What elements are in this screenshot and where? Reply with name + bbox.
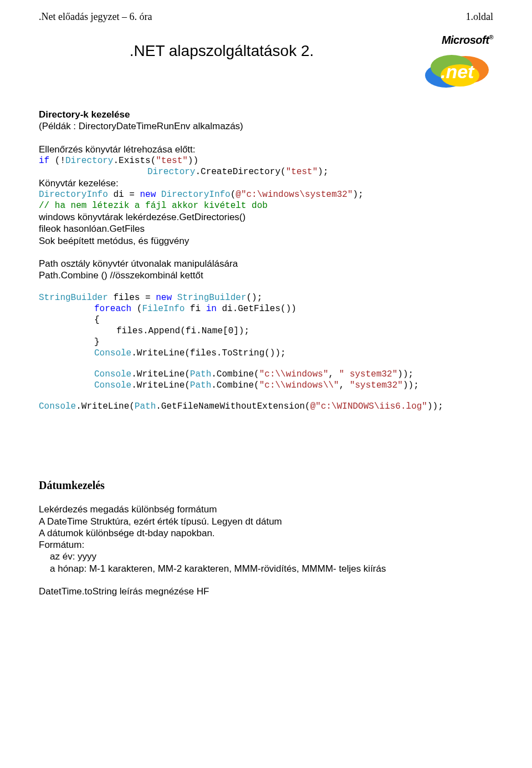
code-line: if (!Directory.Exists("test"))	[39, 155, 493, 166]
logo-text: Microsoft®	[442, 34, 493, 46]
svg-text:.net: .net	[441, 61, 475, 82]
content-body: Directory-k kezelése (Példák : Directory…	[39, 109, 493, 597]
title-row: .NET alapszolgáltatások 2. Microsoft® .n…	[39, 34, 493, 92]
body-line: Lekérdezés megadás különbség formátum	[39, 503, 493, 515]
code-line: Console.WriteLine(Path.Combine("c:\\wind…	[39, 380, 493, 391]
net-logo-icon: .net	[421, 48, 493, 92]
code-line: StringBuilder files = new StringBuilder(…	[39, 292, 493, 303]
code-line: foreach (FileInfo fi in di.GetFiles())	[39, 303, 493, 314]
section-subtitle: (Példák : DirectoryDateTimeRunEnv alkalm…	[39, 120, 493, 132]
body-line: Ellenőrzés könyvtár létrehozása előtt:	[39, 144, 493, 155]
body-line: a hónap: M-1 karakteren, MM-2 karakteren…	[39, 563, 493, 574]
body-line: DatetTime.toString leírás megnézése HF	[39, 586, 493, 597]
header-right: 1.oldal	[466, 11, 494, 23]
header-left: .Net előadás jegyzet – 6. óra	[39, 11, 152, 23]
body-line: Path osztály könyvtér útvonalak manipulá…	[39, 258, 493, 269]
section-heading: Directory-k kezelése	[39, 109, 493, 120]
code-line: }	[39, 337, 493, 348]
code-comment: // ha nem létezik a fájl akkor kivételt …	[39, 200, 493, 211]
code-line: DirectoryInfo di = new DirectoryInfo(@"c…	[39, 189, 493, 200]
body-line: A DateTime Struktúra, ezért érték típusú…	[39, 516, 493, 527]
body-line: Könyvtár kezelése:	[39, 177, 493, 189]
body-line: Formátum:	[39, 539, 493, 551]
code-line: Directory.CreateDirectory("test");	[39, 166, 493, 177]
body-line: fileok hasonlóan.GetFiles	[39, 223, 493, 235]
body-line: A dátumok különbsége dt-bday napokban.	[39, 527, 493, 539]
page-header: .Net előadás jegyzet – 6. óra 1.oldal	[39, 11, 493, 23]
body-line: windows könyvtárak lekérdezése.GetDirect…	[39, 211, 493, 223]
code-line: {	[39, 314, 493, 325]
body-line: az év: yyyy	[39, 551, 493, 562]
code-line: Console.WriteLine(Path.GetFileNameWithou…	[39, 401, 493, 412]
microsoft-net-logo: Microsoft® .net	[405, 34, 493, 92]
page-title: .NET alapszolgáltatások 2.	[39, 34, 405, 60]
code-line: Console.WriteLine(Path.Combine("c:\\wind…	[39, 369, 493, 380]
body-line: Sok beépített metódus, és függvény	[39, 235, 493, 247]
section-heading: Dátumkezelés	[39, 479, 493, 492]
code-line: Console.WriteLine(files.ToString());	[39, 348, 493, 359]
code-line: files.Append(fi.Name[0]);	[39, 325, 493, 337]
document-page: .Net előadás jegyzet – 6. óra 1.oldal .N…	[0, 0, 532, 619]
body-line: Path.Combine () //összekombinál kettőt	[39, 269, 493, 281]
